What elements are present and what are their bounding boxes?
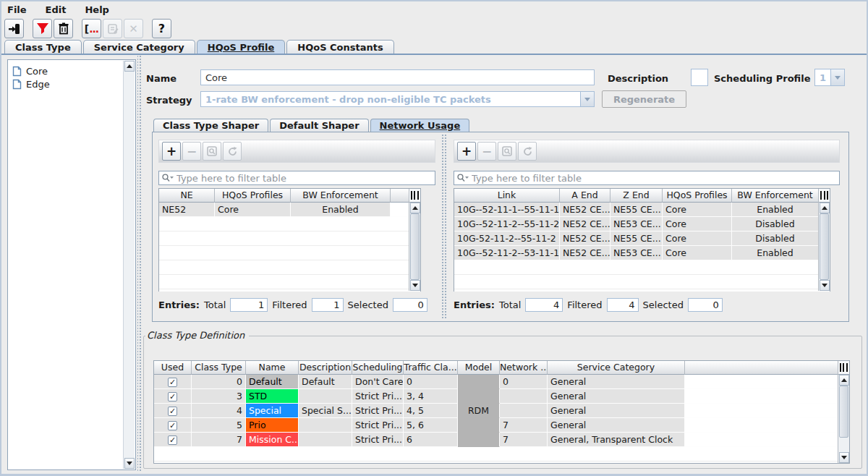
column-header[interactable]: BW Enforcement [732,189,819,203]
column-chooser-icon[interactable] [819,189,830,203]
remove-button[interactable]: − [477,142,496,161]
column-header[interactable]: Model [458,361,500,375]
search-icon [161,173,174,183]
used-checkbox[interactable]: ✓ [168,435,177,445]
table-row[interactable]: 10G--52-11-2--55-11-2 NE52 CE... NE53 CE… [454,217,830,231]
column-chooser-icon[interactable] [409,189,420,203]
scroll-up-icon[interactable] [410,203,420,213]
column-header[interactable]: HQoS Profiles [663,189,732,203]
main-splitter[interactable] [137,55,142,472]
ne-table-scrollbar[interactable] [409,189,420,291]
menu-help[interactable]: Help [85,4,109,15]
add-button[interactable]: + [457,142,476,161]
cancel-button[interactable]: ✕ [124,19,143,38]
link-toolbar: + − [454,140,840,163]
column-header[interactable]: Service Category [548,361,685,375]
column-header[interactable]: Class Type [192,361,246,375]
exit-icon [8,23,21,35]
tab-default-shaper[interactable]: Default Shaper [270,119,368,132]
ne-filter[interactable] [158,171,435,185]
table-row[interactable]: ✓ 7 Mission C... Strict Pri... 6 7 Gener… [154,433,849,447]
preview-button[interactable] [498,142,516,161]
column-header[interactable]: Name [246,361,299,375]
column-header[interactable]: HQoS Profiles [215,189,291,203]
tab-hqos-profile[interactable]: HQoS Profile [197,40,286,54]
name-field[interactable]: Core [200,69,595,85]
ne-entries-bar: Entries: Total 1 Filtered 1 Selected 0 [158,297,427,312]
table-row[interactable]: ✓ 0 Default Default Don't Care 0 0 Gener… [154,375,849,389]
menu-edit[interactable]: Edit [46,4,67,15]
scroll-down-icon[interactable] [410,280,420,291]
tab-content-divider [1,54,867,55]
filtered-count: 1 [312,298,344,312]
exit-button[interactable] [4,19,24,38]
table-row[interactable]: 10G-52-11-2--55-11-2 NE52 CE... NE55 CE.… [454,231,830,246]
tab-hqos-constants[interactable]: HQoS Constants [286,40,393,54]
table-row[interactable]: ✓ 4 Special Special S... Strict Pri... 4… [154,404,849,418]
table-row[interactable]: ✓ 3 STD Strict Pri... 3, 4 General [154,389,849,404]
used-checkbox[interactable]: ✓ [168,392,177,401]
tab-class-type-shaper[interactable]: Class Type Shaper [153,119,268,132]
tab-service-category[interactable]: Service Category [83,40,195,54]
preview-button[interactable] [203,142,221,161]
scroll-up-icon[interactable] [124,61,135,72]
filtered-count: 4 [607,298,639,312]
scheduling-profile-combo[interactable]: 1 [814,69,845,86]
scroll-down-icon[interactable] [124,458,135,469]
network-usage-panel: + − [152,132,849,322]
tree-item-core[interactable]: Core [8,64,135,77]
column-header[interactable]: Traffic Cla... [404,361,458,375]
import-button[interactable] [33,19,52,38]
link-filter-input[interactable] [472,173,839,184]
column-header[interactable]: BW Enforcement [291,189,391,203]
description-field[interactable] [691,69,708,86]
link-filter[interactable] [454,171,840,185]
column-header[interactable]: A End [560,189,610,203]
table-row[interactable]: NE52 Core Enabled [159,203,420,217]
menu-file[interactable]: File [7,4,27,15]
column-header[interactable]: Used [154,361,192,375]
used-checkbox[interactable]: ✓ [168,421,177,430]
tree-scrollbar[interactable] [123,61,135,469]
class-type-table-scrollbar[interactable] [838,361,849,463]
table-row[interactable]: 10G--52-11-1--55-11-1 NE52 CE... NE55 CE… [454,203,830,217]
used-checkbox[interactable]: ✓ [168,378,177,387]
ne-filter-input[interactable] [176,173,435,184]
delete-button[interactable] [54,19,73,38]
column-header[interactable]: Network ... [500,361,548,375]
chevron-down-icon[interactable] [580,92,594,106]
table-row[interactable]: 10G--52-11-2--53-11-1 NE52 CE... NE53 CE… [454,246,830,260]
refresh-button[interactable] [223,142,242,161]
column-header[interactable]: NE [159,189,215,203]
strategy-combo[interactable]: 1-rate BW enforcement - drop non-eligibl… [200,91,595,107]
scroll-up-icon[interactable] [839,375,849,386]
column-header[interactable]: Description [299,361,352,375]
column-header[interactable]: Scheduling [352,361,404,375]
edit-note-button[interactable] [103,19,122,38]
help-icon: ? [158,22,165,35]
application-window: File Edit Help [0,0,868,476]
tab-network-usage[interactable]: Network Usage [370,119,470,132]
select-from-list-button[interactable]: [... [82,19,101,38]
scroll-down-icon[interactable] [820,280,830,291]
tree-item-edge[interactable]: Edge [8,77,135,90]
table-row[interactable]: ✓ 5 Prio Strict Pri... 5, 6 7 General [154,418,849,433]
column-header[interactable]: Link [454,189,560,203]
scroll-down-icon[interactable] [839,452,849,463]
add-button[interactable]: + [162,142,181,161]
refresh-button[interactable] [518,142,537,161]
link-table-scrollbar[interactable] [818,189,830,291]
pane-splitter[interactable] [441,134,446,320]
column-header[interactable] [685,361,838,375]
column-header[interactable] [391,189,409,203]
column-chooser-icon[interactable] [838,361,849,375]
chevron-down-icon[interactable] [830,69,844,85]
help-button[interactable]: ? [152,19,171,38]
tab-class-type[interactable]: Class Type [4,40,82,54]
class-color-cell: Special [246,404,299,418]
used-checkbox[interactable]: ✓ [168,407,177,416]
scroll-up-icon[interactable] [820,203,830,213]
regenerate-button[interactable]: Regenerate [602,90,686,108]
remove-button[interactable]: − [182,142,201,161]
column-header[interactable]: Z End [610,189,663,203]
